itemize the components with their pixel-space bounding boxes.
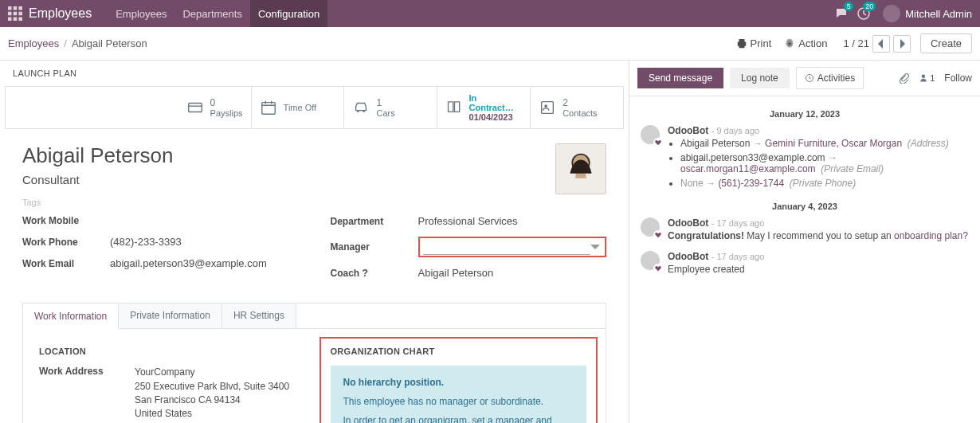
print-button[interactable]: Print: [730, 34, 778, 53]
svg-rect-12: [261, 103, 275, 115]
location-heading: LOCATION: [39, 347, 296, 356]
user-menu[interactable]: Mitchell Admin: [883, 5, 972, 22]
work-email-label: Work Email: [22, 258, 110, 269]
stat-buttons: 0 Payslips Time Off 1 Cars In Contract…: [5, 86, 624, 129]
svg-point-14: [363, 110, 366, 112]
stat-timeoff[interactable]: Time Off: [252, 87, 344, 128]
payslip-icon: [186, 99, 204, 116]
log-note-button[interactable]: Log note: [730, 68, 790, 88]
msg-author: OdooBot: [668, 251, 708, 262]
svg-rect-7: [14, 18, 18, 22]
date-separator: January 12, 2023: [641, 109, 969, 119]
pager-prev[interactable]: [872, 35, 890, 53]
status-launch[interactable]: LAUNCH PLAN: [0, 61, 629, 86]
svg-rect-2: [19, 6, 23, 10]
message: OdooBot - 17 days ago Employee created: [641, 251, 969, 275]
user-name: Mitchell Admin: [905, 8, 972, 20]
contacts-icon: [539, 99, 556, 116]
activities-button[interactable]: Activities: [796, 67, 864, 89]
tab-hr-settings[interactable]: HR Settings: [222, 304, 296, 328]
org-line2: In order to get an organigram, set a man…: [343, 415, 574, 423]
avatar: [883, 5, 900, 22]
create-button[interactable]: Create: [920, 33, 972, 53]
stat-cars[interactable]: 1 Cars: [343, 87, 437, 128]
svg-rect-8: [19, 18, 23, 22]
track-line: abigail.peterson33@example.com → oscar.m…: [680, 152, 969, 174]
chatter: Send message Log note Activities 1 Follo…: [629, 61, 980, 423]
breadcrumb-parent[interactable]: Employees: [8, 37, 59, 49]
activity-icon[interactable]: 20: [853, 2, 875, 25]
work-phone-label: Work Phone: [22, 237, 110, 248]
tabs: Work Information Private Information HR …: [22, 303, 606, 328]
tags-label[interactable]: Tags: [22, 198, 173, 207]
manager-input[interactable]: [423, 239, 591, 255]
message: OdooBot - 9 days ago Abigail Peterson → …: [641, 125, 969, 192]
attachment-icon[interactable]: [896, 70, 912, 86]
form-view: LAUNCH PLAN 0 Payslips Time Off 1 Cars: [0, 61, 629, 423]
clock-icon: [805, 73, 814, 83]
top-nav: Employees Employees Departments Configur…: [0, 0, 980, 27]
msg-avatar: [641, 125, 660, 144]
chevron-right-icon: [899, 39, 905, 49]
pager-text: 1 / 21: [843, 37, 869, 49]
nav-employees[interactable]: Employees: [108, 0, 174, 27]
tab-private-info[interactable]: Private Information: [119, 304, 222, 328]
svg-rect-3: [8, 12, 12, 16]
work-address-value[interactable]: YourCompany 250 Executive Park Blvd, Sui…: [135, 366, 289, 421]
svg-rect-15: [542, 102, 554, 114]
stat-payslips[interactable]: 0 Payslips: [6, 87, 252, 128]
msg-time: - 17 days ago: [711, 252, 765, 261]
followers-button[interactable]: 1: [919, 70, 935, 86]
svg-rect-1: [14, 6, 18, 10]
coach-value[interactable]: Abigail Peterson: [418, 267, 494, 279]
employee-photo[interactable]: [555, 143, 606, 194]
print-icon: [736, 38, 747, 49]
nav-departments[interactable]: Departments: [174, 0, 249, 27]
car-icon: [352, 99, 370, 116]
msg-author: OdooBot: [668, 125, 708, 136]
employee-name[interactable]: Abigail Peterson: [22, 143, 173, 168]
org-title: No hierarchy position.: [343, 377, 574, 388]
track-line: None → (561)-239-1744 (Private Phone): [680, 178, 969, 189]
org-heading: ORGANIZATION CHART: [331, 347, 587, 356]
svg-point-13: [357, 110, 359, 112]
stat-contacts[interactable]: 2 Contacts: [530, 87, 623, 128]
department-label: Department: [331, 216, 418, 227]
action-button[interactable]: Action: [778, 34, 833, 53]
chevron-down-icon[interactable]: [590, 241, 602, 253]
org-box: No hierarchy position. This employee has…: [331, 366, 587, 423]
follow-button[interactable]: Follow: [944, 72, 972, 84]
apps-icon[interactable]: [8, 6, 22, 21]
calendar-icon: [260, 99, 277, 116]
manager-input-wrap: [418, 237, 607, 257]
svg-point-20: [922, 75, 925, 78]
employee-job-title[interactable]: Consultant: [22, 173, 173, 186]
svg-rect-11: [188, 104, 202, 112]
svg-point-16: [544, 104, 547, 108]
nav-configuration[interactable]: Configuration: [250, 0, 327, 27]
chat-icon[interactable]: 5: [830, 2, 853, 25]
svg-rect-6: [8, 18, 12, 22]
breadcrumb-current: Abigail Peterson: [72, 37, 147, 49]
msg-avatar: [641, 251, 660, 270]
org-line1: This employee has no manager or subordin…: [343, 396, 574, 407]
send-message-button[interactable]: Send message: [637, 68, 723, 88]
department-value[interactable]: Professional Services: [418, 215, 518, 227]
stat-contract[interactable]: In Contract… 01/04/2023: [437, 87, 530, 128]
work-email-value[interactable]: abigail.peterson39@example.com: [110, 257, 267, 269]
breadcrumb-sep: /: [64, 37, 67, 49]
tab-body: LOCATION Work Address YourCompany 250 Ex…: [22, 328, 606, 423]
book-icon: [445, 99, 462, 116]
work-phone-value[interactable]: (482)-233-3393: [110, 236, 182, 248]
svg-rect-5: [19, 12, 23, 16]
coach-label: Coach ?: [331, 268, 418, 279]
pager-next[interactable]: [893, 35, 911, 53]
msg-author: OdooBot: [668, 217, 708, 229]
chevron-left-icon: [878, 39, 884, 49]
control-panel: Employees / Abigail Peterson Print Actio…: [0, 27, 980, 61]
msg-avatar: [641, 217, 660, 237]
tab-work-info[interactable]: Work Information: [23, 304, 119, 329]
work-mobile-label: Work Mobile: [22, 215, 110, 226]
work-address-label: Work Address: [39, 366, 135, 377]
brand[interactable]: Employees: [29, 6, 92, 21]
